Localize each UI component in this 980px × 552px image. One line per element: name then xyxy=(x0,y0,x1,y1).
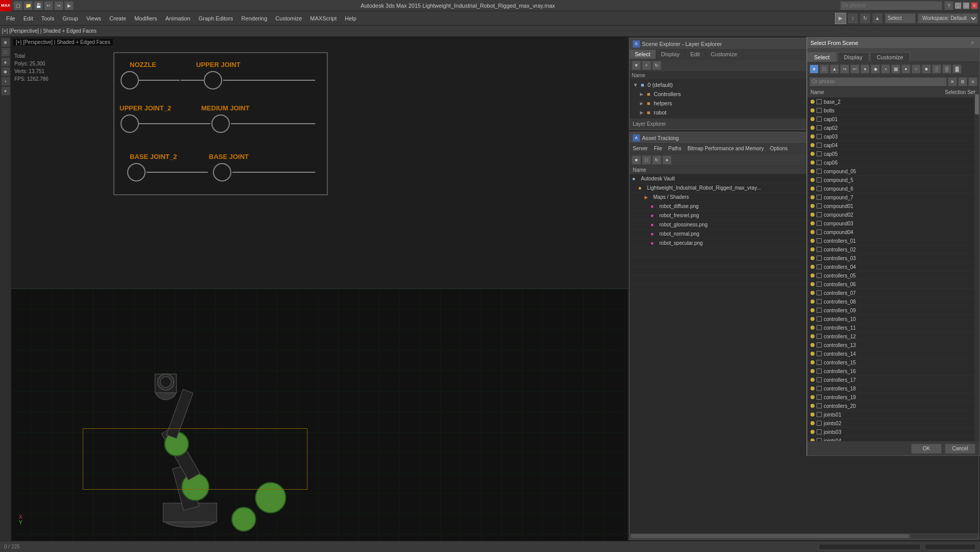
sfs-item-controllers12[interactable]: controllers_12 xyxy=(807,332,979,341)
at-menu-options[interactable]: Options xyxy=(770,146,787,151)
move-icon[interactable]: ↕ xyxy=(847,13,858,24)
select-icon[interactable]: ▶ xyxy=(835,13,846,24)
sfs-item-controllers06[interactable]: controllers_06 xyxy=(807,280,979,289)
at-scrollbar-thumb[interactable] xyxy=(631,534,910,538)
sfs-btn8[interactable]: ▪ xyxy=(881,64,890,74)
sfs-item-controllers01[interactable]: controllers_01 xyxy=(807,237,979,245)
sfs-item-cap06[interactable]: cap06 xyxy=(807,158,979,167)
sfs-item-compound7[interactable]: compound_7 xyxy=(807,193,979,202)
sfs-item-cap03[interactable]: cap03 xyxy=(807,132,979,141)
sfs-btn4[interactable]: ↪ xyxy=(840,64,849,74)
at-btn1[interactable]: ■ xyxy=(632,155,641,165)
sfs-tab-display[interactable]: Display xyxy=(838,52,869,62)
sfs-item-controllers08[interactable]: controllers_08 xyxy=(807,297,979,306)
sfs-btn15[interactable]: ▓ xyxy=(952,64,962,74)
menu-graph-editors[interactable]: Graph Editors xyxy=(195,14,237,22)
open-btn[interactable]: 📁 xyxy=(23,1,33,10)
at-scrollbar[interactable] xyxy=(630,533,978,539)
se-refresh-btn[interactable]: ↻ xyxy=(652,61,661,70)
sfs-item-cap01[interactable]: cap01 xyxy=(807,115,979,124)
menu-group[interactable]: Group xyxy=(58,14,82,22)
undo-btn[interactable]: ↩ xyxy=(44,1,53,10)
sfs-item-controllers05[interactable]: controllers_05 xyxy=(807,271,979,280)
sfs-item-joints02[interactable]: joints02 xyxy=(807,419,979,428)
sfs-item-cap02[interactable]: cap02 xyxy=(807,124,979,132)
sfs-btn7[interactable]: ◆ xyxy=(871,64,880,74)
sfs-item-base2[interactable]: base_2 xyxy=(807,98,979,106)
sfs-item-joints01[interactable]: joints01 xyxy=(807,410,979,419)
sfs-item-joints03[interactable]: joints03 xyxy=(807,428,979,436)
help-btn[interactable]: ? xyxy=(944,1,953,10)
sfs-item-controllers03[interactable]: controllers_03 xyxy=(807,254,979,263)
render-btn[interactable]: ▶ xyxy=(64,1,74,10)
tab-display[interactable]: Display xyxy=(656,50,685,59)
sfs-btn12[interactable]: ■ xyxy=(922,64,931,74)
sfs-filter[interactable]: ⚙ xyxy=(958,77,967,86)
se-filter-btn[interactable]: ▼ xyxy=(632,61,641,70)
timeline-bar[interactable] xyxy=(819,544,921,550)
at-menu-paths[interactable]: Paths xyxy=(668,146,682,151)
new-btn[interactable]: ▢ xyxy=(13,1,22,10)
sfs-ok-button[interactable]: OK xyxy=(911,444,942,454)
tab-customize[interactable]: Customize xyxy=(706,50,743,59)
sfs-btn1[interactable]: ■ xyxy=(809,64,819,74)
sfs-btn3[interactable]: ▲ xyxy=(830,64,839,74)
sfs-search-box[interactable]: Or phrase xyxy=(809,77,947,86)
se-expand-btn[interactable]: + xyxy=(642,61,651,70)
menu-rendering[interactable]: Rendering xyxy=(237,14,272,22)
sfs-btn2[interactable]: □ xyxy=(820,64,829,74)
sfs-btn6[interactable]: ♦ xyxy=(861,64,870,74)
sfs-item-cap05[interactable]: cap05 xyxy=(807,150,979,158)
at-menu-server[interactable]: Server xyxy=(633,146,648,151)
animation-bar[interactable] xyxy=(925,544,976,550)
at-btn3[interactable]: ↻ xyxy=(652,155,661,165)
menu-edit[interactable]: Edit xyxy=(19,14,37,22)
sfs-tab-customize[interactable]: Customize xyxy=(870,52,910,62)
menu-create[interactable]: Create xyxy=(105,14,130,22)
menu-customize[interactable]: Customize xyxy=(271,14,306,22)
ls-btn-3[interactable]: ▲ xyxy=(1,57,10,66)
sfs-item-controllers20[interactable]: controllers_20 xyxy=(807,402,979,410)
sfs-item-compound01[interactable]: compound01 xyxy=(807,202,979,211)
ls-btn-6[interactable]: ● xyxy=(1,86,10,96)
sfs-item-controllers11[interactable]: controllers_11 xyxy=(807,324,979,332)
tab-select[interactable]: Select xyxy=(630,50,656,59)
sfs-item-controllers18[interactable]: controllers_18 xyxy=(807,384,979,393)
sfs-item-controllers04[interactable]: controllers_04 xyxy=(807,263,979,271)
sfs-item-controllers14[interactable]: controllers_14 xyxy=(807,350,979,358)
sfs-item-controllers15[interactable]: controllers_15 xyxy=(807,358,979,367)
sfs-btn13[interactable]: ░ xyxy=(932,64,941,74)
sfs-btn5[interactable]: ↩ xyxy=(850,64,859,74)
menu-tools[interactable]: Tools xyxy=(37,14,59,22)
sfs-close-search[interactable]: ✕ xyxy=(948,77,957,86)
sfs-item-controllers16[interactable]: controllers_16 xyxy=(807,367,979,376)
at-btn4[interactable]: ♦ xyxy=(662,155,672,165)
sfs-item-controllers07[interactable]: controllers_07 xyxy=(807,289,979,297)
ls-btn-5[interactable]: ▪ xyxy=(1,77,10,86)
menu-views[interactable]: Views xyxy=(82,14,105,22)
sfs-btn10[interactable]: ● xyxy=(901,64,911,74)
sfs-item-controllers02[interactable]: controllers_02 xyxy=(807,245,979,254)
tab-edit[interactable]: Edit xyxy=(685,50,706,59)
rotate-icon[interactable]: ↻ xyxy=(859,13,871,24)
sfs-tab-select[interactable]: Select xyxy=(807,52,836,62)
sfs-item-controllers09[interactable]: controllers_09 xyxy=(807,306,979,315)
sfs-item-controllers17[interactable]: controllers_17 xyxy=(807,376,979,384)
ls-btn-1[interactable]: ■ xyxy=(1,38,10,47)
sfs-item-controllers13[interactable]: controllers_13 xyxy=(807,341,979,350)
sfs-item-compound05[interactable]: compound_05 xyxy=(807,167,979,176)
sfs-item-controllers19[interactable]: controllers_19 xyxy=(807,393,979,402)
sfs-item-compound5[interactable]: compound_5 xyxy=(807,176,979,185)
close-btn[interactable]: ✕ xyxy=(971,2,978,9)
sfs-cancel-button[interactable]: Cancel xyxy=(945,444,975,454)
sfs-btn11[interactable]: ○ xyxy=(912,64,921,74)
sfs-item-compound6[interactable]: compound_6 xyxy=(807,185,979,193)
sfs-item-controllers10[interactable]: controllers_10 xyxy=(807,315,979,324)
select-dropdown[interactable]: Select xyxy=(885,13,916,24)
menu-maxscript[interactable]: MAXScript xyxy=(306,14,341,22)
save-btn[interactable]: 💾 xyxy=(34,1,43,10)
sfs-item-bolts[interactable]: bolts xyxy=(807,106,979,115)
sfs-item-compound04[interactable]: compound04 xyxy=(807,228,979,237)
at-btn2[interactable]: □ xyxy=(642,155,651,165)
menu-modifiers[interactable]: Modifiers xyxy=(130,14,161,22)
